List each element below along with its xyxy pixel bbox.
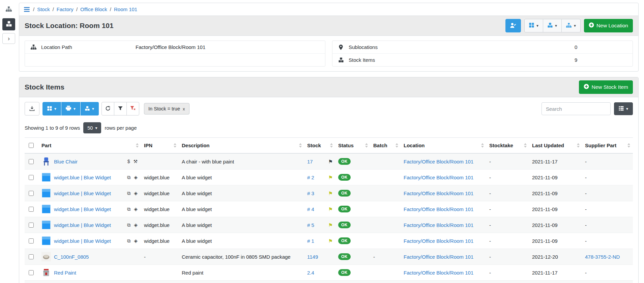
sort-icon[interactable] xyxy=(299,143,302,148)
stock-quantity-link[interactable]: 1149 xyxy=(307,254,318,260)
sort-icon[interactable] xyxy=(136,143,139,148)
stock-options-button[interactable]: ▾ xyxy=(81,102,99,115)
sort-icon[interactable] xyxy=(481,143,484,148)
stock-quantity-link[interactable]: # 4 xyxy=(307,206,314,212)
part-link[interactable]: Red Paint xyxy=(54,270,76,276)
sort-icon[interactable] xyxy=(330,143,333,148)
stock-quantity-link[interactable]: # 3 xyxy=(307,190,314,196)
last-updated-cell: 2021-11-17 xyxy=(529,281,582,283)
table-row[interactable]: widget.blue | Blue Widget ⧉ ◈ widget.blu… xyxy=(25,233,633,249)
table-row[interactable]: widget.blue | Blue Widget ⧉ ◈ widget.blu… xyxy=(25,185,633,201)
column-header-batch[interactable]: Batch xyxy=(371,138,401,154)
location-link[interactable]: Factory/Office Block/Room 101 xyxy=(404,238,473,244)
location-link[interactable]: Factory/Office Block/Room 101 xyxy=(404,222,473,228)
widget-thumbnail xyxy=(41,236,51,246)
stock-quantity-link[interactable]: # 2 xyxy=(307,175,314,180)
breadcrumb-link[interactable]: Office Block xyxy=(80,6,107,12)
breadcrumb-link[interactable]: Stock xyxy=(37,6,50,12)
table-row[interactable]: widget.blue | Blue Widget ⧉ ◈ widget.blu… xyxy=(25,170,633,185)
stocktake-cell: - xyxy=(487,249,529,265)
column-header-part[interactable]: Part xyxy=(39,138,141,154)
part-link[interactable]: widget.blue | Blue Widget xyxy=(54,238,111,244)
stock-quantity-link[interactable]: # 5 xyxy=(307,222,314,228)
sort-icon[interactable] xyxy=(174,143,176,148)
location-tree-actions-button[interactable]: ▾ xyxy=(561,19,581,32)
part-link[interactable]: widget.blue | Blue Widget xyxy=(54,206,111,212)
location-link[interactable]: Factory/Office Block/Room 101 xyxy=(404,159,473,164)
sort-icon[interactable] xyxy=(524,143,527,148)
location-link[interactable]: Factory/Office Block/Room 101 xyxy=(404,206,473,212)
sidebar-item-navigation[interactable] xyxy=(2,3,15,16)
sort-icon[interactable] xyxy=(365,143,368,148)
sidebar-expand-button[interactable]: › xyxy=(2,33,15,44)
column-header-stock[interactable]: Stock xyxy=(304,138,335,154)
column-header-description[interactable]: Description xyxy=(179,138,304,154)
location-link[interactable]: Factory/Office Block/Room 101 xyxy=(404,175,473,180)
table-row[interactable]: Red Paint Red paint 2.4 OK Factory/Offic… xyxy=(25,265,633,281)
stock-quantity-link[interactable]: 2.4 xyxy=(307,270,314,276)
filter-chip-close-icon[interactable]: x xyxy=(183,106,185,111)
stock-quantity-link[interactable]: 17 xyxy=(307,159,313,164)
search-input[interactable] xyxy=(541,102,611,115)
column-header-supplier-part[interactable]: Supplier Part xyxy=(582,138,633,154)
row-checkbox[interactable] xyxy=(29,159,34,164)
sidebar-item-stock[interactable] xyxy=(2,18,15,30)
location-link[interactable]: Factory/Office Block/Room 101 xyxy=(404,270,473,276)
location-link[interactable]: Factory/Office Block/Room 101 xyxy=(404,254,473,260)
batch-cell xyxy=(371,201,401,217)
column-header-status[interactable]: Status xyxy=(335,138,371,154)
location-link[interactable]: Factory/Office Block/Room 101 xyxy=(404,190,473,196)
column-header-ipn[interactable]: IPN xyxy=(141,138,179,154)
user-actions-button[interactable] xyxy=(505,19,521,32)
export-download-button[interactable] xyxy=(25,102,39,115)
supplier-part-link[interactable]: 478-3755-2-ND xyxy=(585,254,620,260)
part-link[interactable]: widget.blue | Blue Widget xyxy=(54,190,111,196)
column-header-stocktake[interactable]: Stocktake xyxy=(487,138,529,154)
row-checkbox[interactable] xyxy=(29,238,34,243)
column-header-location[interactable]: Location xyxy=(401,138,487,154)
row-checkbox[interactable] xyxy=(29,270,34,275)
chevron-right-icon: › xyxy=(8,35,10,42)
stock-actions-button[interactable]: ▾ xyxy=(543,19,562,32)
filter-chip[interactable]: In Stock = true x xyxy=(144,103,189,114)
barcode-actions-button[interactable]: ▾ xyxy=(42,102,61,115)
row-checkbox[interactable] xyxy=(29,254,34,259)
sort-icon[interactable] xyxy=(396,143,398,148)
funnel-x-icon xyxy=(130,106,136,112)
sort-icon[interactable] xyxy=(627,143,630,148)
part-link[interactable]: Blue Chair xyxy=(54,159,78,164)
clear-filters-button[interactable] xyxy=(126,102,139,115)
part-link[interactable]: widget.blue | Blue Widget xyxy=(54,175,111,180)
batch-cell: - xyxy=(371,249,401,265)
menu-icon[interactable] xyxy=(24,7,30,12)
new-location-button[interactable]: New Location xyxy=(584,19,633,32)
table-row[interactable]: Red Paint Red paint 3 OK Factory/Office … xyxy=(25,281,633,283)
new-stock-item-button[interactable]: New Stock Item xyxy=(579,80,633,94)
page-size-dropdown[interactable]: 50 ▾ xyxy=(83,122,101,133)
select-all-checkbox[interactable] xyxy=(29,143,34,148)
columns-button[interactable]: ▾ xyxy=(614,102,633,115)
row-checkbox[interactable] xyxy=(29,223,34,228)
part-link[interactable]: widget.blue | Blue Widget xyxy=(54,222,111,228)
breadcrumb-link[interactable]: Factory xyxy=(57,6,74,12)
barcode-actions-button[interactable]: ▾ xyxy=(524,19,543,32)
table-row[interactable]: widget.blue | Blue Widget ⧉ ◈ widget.blu… xyxy=(25,217,633,233)
table-row[interactable]: Blue Chair $ ⚒ A chair - with blue paint… xyxy=(25,153,633,170)
row-checkbox[interactable] xyxy=(29,191,34,196)
column-header-last-updated[interactable]: Last Updated xyxy=(529,138,582,154)
row-checkbox[interactable] xyxy=(29,175,34,180)
stocktake-cell: - xyxy=(487,217,529,233)
last-updated-cell: 2021-11-17 xyxy=(529,153,582,170)
part-link[interactable]: C_100nF_0805 xyxy=(54,254,89,260)
print-actions-button[interactable]: ▾ xyxy=(61,102,80,115)
stock-boxes-icon xyxy=(6,21,12,28)
refresh-button[interactable] xyxy=(101,102,114,115)
table-row[interactable]: C_100nF_0805 - Ceramic capacitor, 100nF … xyxy=(25,249,633,265)
filter-button[interactable] xyxy=(114,102,127,115)
row-checkbox[interactable] xyxy=(29,207,34,212)
breadcrumb-link[interactable]: Room 101 xyxy=(114,6,137,12)
stock-quantity-link[interactable]: # 1 xyxy=(307,238,314,244)
sort-icon[interactable] xyxy=(577,143,580,148)
table-row[interactable]: widget.blue | Blue Widget ⧉ ◈ widget.blu… xyxy=(25,201,633,217)
filter-buttons xyxy=(101,102,139,115)
